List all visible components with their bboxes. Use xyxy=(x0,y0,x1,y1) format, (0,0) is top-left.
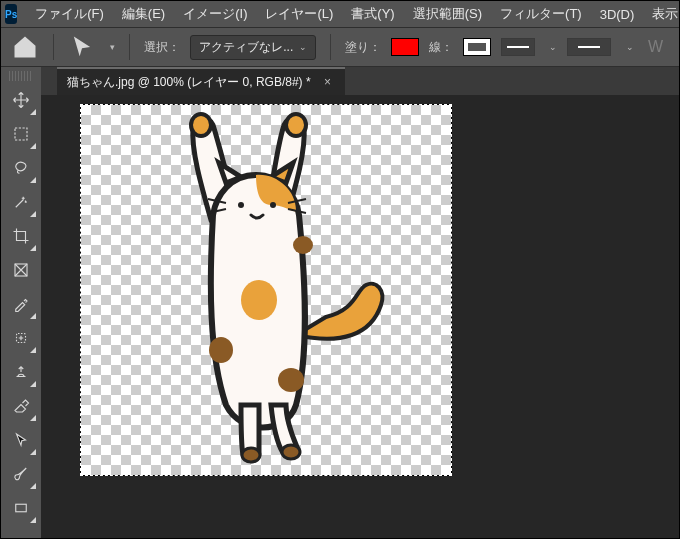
svg-rect-3 xyxy=(16,504,27,512)
move-tool[interactable] xyxy=(5,84,37,116)
svg-point-7 xyxy=(282,445,300,459)
separator xyxy=(129,34,130,60)
photoshop-logo-icon: Ps xyxy=(5,4,17,24)
menu-image[interactable]: イメージ(I) xyxy=(175,1,255,27)
fill-label: 塗り： xyxy=(345,39,381,56)
stroke-width-dropdown[interactable] xyxy=(501,38,535,56)
brush-tool[interactable] xyxy=(5,458,37,490)
canvas[interactable] xyxy=(81,105,451,475)
menu-layer[interactable]: レイヤー(L) xyxy=(257,1,341,27)
menu-3d[interactable]: 3D(D) xyxy=(592,3,643,26)
width-field-label: W xyxy=(648,38,663,56)
path-selection-tool[interactable] xyxy=(5,424,37,456)
healing-brush-tool[interactable] xyxy=(5,322,37,354)
svg-point-13 xyxy=(293,236,313,254)
menubar: Ps ファイル(F) 編集(E) イメージ(I) レイヤー(L) 書式(Y) 選… xyxy=(1,1,679,27)
eyedropper-tool[interactable] xyxy=(5,288,37,320)
svg-point-11 xyxy=(209,337,233,363)
tool-preset-cursor-icon[interactable] xyxy=(68,33,96,61)
magic-wand-tool[interactable] xyxy=(5,186,37,218)
svg-point-8 xyxy=(238,202,244,208)
frame-tool[interactable] xyxy=(5,254,37,286)
chevron-down-icon[interactable]: ▾ xyxy=(110,42,115,52)
svg-point-5 xyxy=(286,114,306,136)
menu-select[interactable]: 選択範囲(S) xyxy=(405,1,490,27)
stroke-style-dropdown[interactable] xyxy=(567,38,611,56)
separator xyxy=(330,34,331,60)
clone-stamp-tool[interactable] xyxy=(5,356,37,388)
fill-color-swatch[interactable] xyxy=(391,38,419,56)
close-icon[interactable]: × xyxy=(321,75,335,89)
canvas-viewport[interactable] xyxy=(41,95,679,538)
home-button[interactable] xyxy=(11,33,39,61)
svg-point-9 xyxy=(270,202,276,208)
svg-point-12 xyxy=(278,368,304,392)
select-label: 選択： xyxy=(144,39,180,56)
document-tabstrip: 猫ちゃん.jpg @ 100% (レイヤー 0, RGB/8#) * × xyxy=(41,67,679,95)
menu-edit[interactable]: 編集(E) xyxy=(114,1,173,27)
svg-rect-0 xyxy=(15,128,27,140)
select-layer-dropdown[interactable]: アクティブなレ... ⌄ xyxy=(190,35,316,60)
separator xyxy=(53,34,54,60)
svg-point-6 xyxy=(242,448,260,462)
workspace: 猫ちゃん.jpg @ 100% (レイヤー 0, RGB/8#) * × xyxy=(1,67,679,538)
crop-tool[interactable] xyxy=(5,220,37,252)
stroke-color-swatch[interactable] xyxy=(463,38,491,56)
document-tab[interactable]: 猫ちゃん.jpg @ 100% (レイヤー 0, RGB/8#) * × xyxy=(57,67,345,95)
canvas-artwork-cat xyxy=(91,105,421,465)
lasso-tool[interactable] xyxy=(5,152,37,184)
rectangle-tool[interactable] xyxy=(5,492,37,524)
menu-file[interactable]: ファイル(F) xyxy=(27,1,112,27)
dropdown-value: アクティブなレ... xyxy=(199,39,293,56)
menu-view[interactable]: 表示(V) xyxy=(644,1,680,27)
menu-filter[interactable]: フィルター(T) xyxy=(492,1,590,27)
svg-point-10 xyxy=(241,280,277,320)
chevron-down-icon: ⌄ xyxy=(299,42,307,52)
options-bar: ▾ 選択： アクティブなレ... ⌄ 塗り： 線： ⌄ ⌄ W xyxy=(1,27,679,67)
chevron-down-icon[interactable]: ⌄ xyxy=(549,42,557,52)
menu-type[interactable]: 書式(Y) xyxy=(343,1,402,27)
stroke-label: 線： xyxy=(429,39,453,56)
svg-point-4 xyxy=(191,114,211,136)
marquee-tool[interactable] xyxy=(5,118,37,150)
toolbox xyxy=(1,67,41,538)
toolbox-grip[interactable] xyxy=(9,71,33,81)
eraser-tool[interactable] xyxy=(5,390,37,422)
chevron-down-icon[interactable]: ⌄ xyxy=(626,42,634,52)
document-tab-title: 猫ちゃん.jpg @ 100% (レイヤー 0, RGB/8#) * xyxy=(67,74,311,91)
document-area: 猫ちゃん.jpg @ 100% (レイヤー 0, RGB/8#) * × xyxy=(41,67,679,538)
